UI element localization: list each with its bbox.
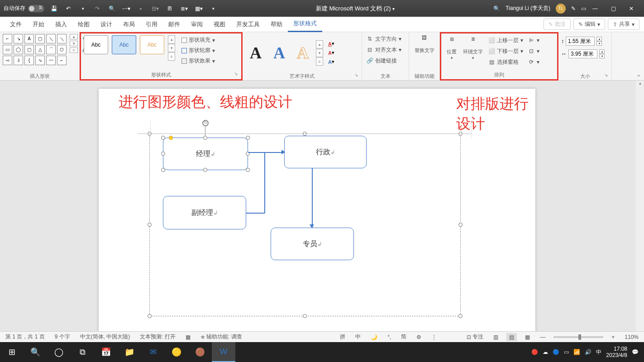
text-effects-button[interactable]: A▾ — [326, 58, 337, 66]
shape-curve-icon[interactable]: ∿ — [35, 56, 45, 65]
user-avatar[interactable]: TL — [556, 4, 566, 14]
style-thumb-2[interactable]: Abc — [112, 35, 136, 54]
close-button[interactable]: ✕ — [622, 2, 640, 15]
shape-manager[interactable]: 经理↲ — [163, 138, 248, 170]
qat-more-1[interactable]: ⋯▾ — [122, 5, 130, 13]
customize-qat[interactable]: ▾ — [209, 5, 217, 13]
styles-scroll-up[interactable]: ▴ — [168, 35, 175, 43]
tab-review[interactable]: 审阅 — [186, 17, 208, 32]
shape-fill-button[interactable]: 形状填充 ▾ — [180, 35, 217, 45]
rotate-objects-button[interactable]: ⟳▾ — [526, 57, 541, 67]
word-app[interactable]: W — [212, 342, 235, 362]
view-web[interactable]: ▦ — [523, 334, 532, 340]
selection-pane-button[interactable]: ▤选择窗格 — [487, 57, 525, 67]
position-button[interactable]: ⊞位置▾ — [444, 35, 459, 70]
shape-textbox2-icon[interactable]: ▢ — [35, 34, 45, 43]
text-direction-button[interactable]: ⇅文字方向 ▾ — [365, 34, 403, 44]
tab-view[interactable]: 视图 — [208, 17, 231, 32]
maximize-button[interactable]: ▢ — [604, 2, 622, 15]
window-mode-icon[interactable]: ▭ — [581, 5, 586, 12]
tray-icon-2[interactable]: ☁ — [543, 349, 548, 355]
create-link-button[interactable]: 🔗创建链接 — [365, 56, 403, 66]
ime-half[interactable]: 🌙 — [369, 334, 379, 340]
focus-mode[interactable]: ⊡ 专注 — [465, 333, 485, 341]
zoom-level[interactable]: 110% — [623, 334, 640, 340]
height-down[interactable]: ▾ — [596, 41, 602, 46]
width-input[interactable] — [568, 49, 597, 58]
qat-icon-1[interactable]: ▫ — [137, 5, 145, 13]
cortana-button[interactable]: ◯ — [47, 342, 71, 362]
tab-file[interactable]: 文件 — [5, 17, 27, 32]
zoom-out[interactable]: — — [538, 334, 547, 340]
tab-help[interactable]: 帮助 — [265, 17, 288, 32]
align-text-button[interactable]: ⊟对齐文本 ▾ — [365, 45, 403, 55]
tray-icon-1[interactable]: 🔴 — [531, 349, 538, 355]
tab-layout[interactable]: 布局 — [118, 17, 140, 32]
volume-icon[interactable]: 🔊 — [585, 349, 592, 355]
tab-home[interactable]: 开始 — [27, 17, 50, 32]
vertical-scrollbar[interactable]: ▴ — [636, 81, 644, 342]
clock[interactable]: 17:08 2023/4/8 — [606, 346, 627, 359]
page-indicator[interactable]: 第 1 页，共 1 页 — [4, 333, 47, 341]
edit-mode-button[interactable]: ✎ 编辑 ▾ — [573, 19, 605, 30]
explorer-app[interactable]: 📁 — [118, 342, 141, 362]
wordart-scroll-down[interactable]: ▾ — [316, 49, 323, 57]
start-button[interactable]: ⊞ — [0, 342, 24, 362]
qat-icon-5[interactable]: ▦▾ — [195, 5, 203, 13]
shape-styles-launcher[interactable]: ↘ — [234, 69, 238, 78]
style-thumb-3[interactable]: Abc — [140, 35, 164, 54]
shape-width-field[interactable]: ↔ ▴▾ — [561, 49, 605, 58]
battery-icon[interactable]: ▭ — [564, 349, 569, 355]
tab-shape-format[interactable]: 形状格式 — [288, 17, 322, 32]
shape-admin[interactable]: 行政↲ — [284, 136, 367, 168]
wrap-text-button[interactable]: ≣环绕文字▾ — [461, 35, 485, 70]
autosave-toggle[interactable]: 自动保存 关 — [4, 5, 44, 12]
tab-design[interactable]: 设计 — [95, 17, 118, 32]
titlebar-search-icon[interactable]: 🔍 — [493, 5, 500, 12]
shape-triangle-icon[interactable]: △ — [35, 45, 45, 54]
ime-simp[interactable]: 简 — [399, 333, 408, 341]
undo-button[interactable]: ↶ — [64, 5, 72, 13]
shape-l-icon[interactable]: ⌐ — [57, 56, 67, 65]
annotate-button[interactable]: ✎ 批注 — [544, 19, 571, 30]
shape-styles-gallery[interactable]: Abc Abc Abc ▴ ▾ ≡ — [84, 35, 175, 70]
size-launcher[interactable]: ↘ — [604, 71, 608, 80]
height-input[interactable] — [566, 37, 595, 46]
connector-vert-1[interactable] — [264, 152, 265, 213]
minimize-button[interactable]: — — [586, 2, 604, 15]
tray-icon-3[interactable]: 🔵 — [553, 349, 559, 355]
tab-mailings[interactable]: 邮件 — [163, 17, 186, 32]
wordart-scroll-up[interactable]: ▴ — [316, 40, 323, 48]
collapse-ribbon-button[interactable]: ⌃ — [636, 74, 641, 81]
shape-wave-icon[interactable]: 〰 — [46, 56, 56, 65]
connector-manager-admin[interactable] — [248, 152, 284, 153]
wifi-icon[interactable]: 📶 — [573, 349, 580, 355]
page[interactable]: 进行图形颜色、线粗的设计 对排版进行设计 经理↲ — [99, 89, 535, 342]
group-objects-button[interactable]: ⊡▾ — [526, 46, 541, 56]
shape-line-icon[interactable]: ＼ — [46, 34, 56, 43]
shape-roundrect-icon[interactable]: ▢ — [24, 45, 34, 54]
tab-insert[interactable]: 插入 — [50, 17, 72, 32]
shapes-scroll-up[interactable]: ▴ — [70, 34, 78, 39]
rotate-handle[interactable] — [202, 120, 209, 126]
shape-textbox-icon[interactable]: A — [24, 34, 34, 43]
shape-arrow-icon[interactable]: ↘ — [14, 34, 23, 43]
tab-references[interactable]: 引用 — [140, 17, 163, 32]
shape-height-field[interactable]: ↕ ▴▾ — [561, 37, 605, 46]
zoom-slider[interactable] — [553, 336, 603, 338]
connector-to-vice[interactable] — [246, 213, 265, 214]
wordart-launcher[interactable]: ↘ — [354, 71, 358, 80]
shape-line2-icon[interactable]: ＼ — [57, 34, 67, 43]
ime-gear[interactable]: ⚙ — [415, 334, 423, 340]
share-button[interactable]: ⇪ 共享 ▾ — [608, 19, 639, 30]
tab-developer[interactable]: 开发工具 — [231, 17, 265, 32]
shapes-scroll-down[interactable]: ▾ — [70, 41, 78, 46]
style-thumb-1[interactable]: Abc — [84, 35, 108, 54]
qat-icon-4[interactable]: ≣▾ — [180, 5, 188, 13]
height-up[interactable]: ▴ — [596, 37, 602, 41]
adjust-handle[interactable] — [169, 136, 173, 140]
redo-button[interactable]: ↷ — [93, 5, 101, 13]
view-print[interactable]: ▤ — [506, 333, 517, 341]
ime-punct[interactable]: °, — [386, 334, 393, 340]
send-backward-button[interactable]: ⬜下移一层 ▾ — [487, 46, 525, 56]
